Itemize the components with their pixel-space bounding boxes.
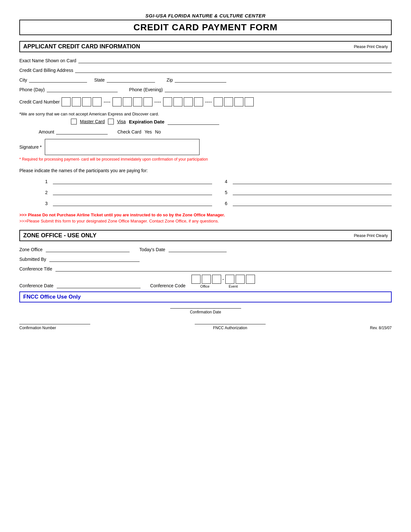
conf-label-row: Office Event xyxy=(191,284,255,288)
office-label: Office xyxy=(191,284,219,288)
confirmation-section: Confirmation Date xyxy=(19,308,392,314)
footer-row: Confirmation Number FNCC Authorization R… xyxy=(19,324,392,330)
signature-label: Signature * xyxy=(19,144,42,150)
state-label: State xyxy=(94,77,105,83)
todays-date-input[interactable] xyxy=(169,246,227,252)
city-input[interactable] xyxy=(29,76,87,83)
no-label: No xyxy=(155,129,161,134)
cc-box-3[interactable] xyxy=(82,97,91,106)
conference-date-label: Conference Date xyxy=(19,283,54,288)
submitted-by-label: Submitted By xyxy=(19,257,46,262)
amount-label: Amount xyxy=(39,129,54,134)
conf-box-1[interactable] xyxy=(191,275,201,284)
phone-row: Phone (Day) Phone (Evening) xyxy=(19,86,392,92)
mastercard-checkbox[interactable] xyxy=(71,119,77,124)
conference-code-label: Conference Code xyxy=(150,283,186,288)
conf-box-6[interactable] xyxy=(246,275,255,284)
check-card-section: Check Card Yes No xyxy=(117,129,161,134)
conf-box-4[interactable] xyxy=(225,275,234,284)
participant-input-1[interactable] xyxy=(53,178,212,184)
cc-box-13[interactable] xyxy=(214,97,223,106)
signature-box[interactable] xyxy=(45,139,200,155)
cc-box-5[interactable] xyxy=(113,97,122,106)
participant-input-4[interactable] xyxy=(233,178,392,184)
exact-name-row: Exact Name Shown on Card xyxy=(19,57,392,63)
cc-box-6[interactable] xyxy=(123,97,132,106)
cc-box-16[interactable] xyxy=(245,97,254,106)
cc-box-4[interactable] xyxy=(93,97,102,106)
cc-box-12[interactable] xyxy=(194,97,203,106)
phone-day-input[interactable] xyxy=(47,86,118,92)
participant-input-2[interactable] xyxy=(53,189,212,195)
visa-checkbox[interactable] xyxy=(108,119,114,124)
amount-input[interactable] xyxy=(56,128,108,134)
fncc-auth-label: FNCC Authorization xyxy=(213,326,247,330)
participant-input-6[interactable] xyxy=(233,200,392,206)
phone-evening-input[interactable] xyxy=(165,86,392,92)
section2-print-clearly: Please Print Clearly xyxy=(354,233,388,238)
fncc-header: FNCC Office Use Only xyxy=(19,291,392,302)
participant-row-5: 5 xyxy=(225,189,392,195)
participant-input-3[interactable] xyxy=(53,200,212,206)
submit-note: >>>Please Submit this form to your desig… xyxy=(19,219,392,223)
participant-row-4: 4 xyxy=(225,178,392,184)
section1-title: APPLICANT CREDIT CARD INFORMATION xyxy=(23,43,140,50)
conf-box-2[interactable] xyxy=(202,275,211,284)
org-title: SGI-USA FLORIDA NATURE & CULTURE CENTER xyxy=(19,13,392,18)
zip-input[interactable] xyxy=(175,76,226,83)
cc-box-14[interactable] xyxy=(224,97,233,106)
footer-confirmation-number: Confirmation Number xyxy=(19,324,90,330)
zone-fields: Zone Office Today's Date Submitted By Co… xyxy=(19,246,392,288)
expiration-label: Expiration Date xyxy=(129,119,164,124)
state-input[interactable] xyxy=(107,76,155,83)
cc-box-11[interactable] xyxy=(184,97,193,106)
cc-box-1[interactable] xyxy=(62,97,71,106)
participant-num-5: 5 xyxy=(225,190,230,195)
confirmation-number-line[interactable] xyxy=(19,324,90,324)
cc-box-10[interactable] xyxy=(173,97,182,106)
confirmation-number-label: Confirmation Number xyxy=(19,326,56,330)
billing-address-row: Credit Card Billing Address xyxy=(19,66,392,73)
cc-dash-1: ---- xyxy=(103,99,111,105)
submitted-by-input[interactable] xyxy=(49,255,140,262)
conf-box-3[interactable] xyxy=(212,275,221,284)
confirmation-date-line[interactable] xyxy=(170,308,241,309)
conference-date-input[interactable] xyxy=(57,282,141,288)
todays-date-label: Today's Date xyxy=(139,247,165,252)
footer-fncc-auth: FNCC Authorization xyxy=(195,324,266,330)
zone-office-input[interactable] xyxy=(46,246,130,252)
submitted-by-row: Submitted By xyxy=(19,255,392,262)
cc-box-15[interactable] xyxy=(234,97,243,106)
cc-dash-3: ---- xyxy=(204,99,212,105)
required-note: * Required for processing payment- card … xyxy=(19,157,392,162)
section1-print-clearly: Please Print Clearly xyxy=(354,44,388,49)
cc-box-8[interactable] xyxy=(143,97,152,106)
exact-name-input[interactable] xyxy=(78,57,392,63)
zone-office-label: Zone Office xyxy=(19,247,43,252)
participants-section: Please indicate the names of the partici… xyxy=(19,168,392,206)
participant-num-3: 3 xyxy=(45,201,50,206)
zip-label: Zip xyxy=(167,77,173,83)
cc-box-2[interactable] xyxy=(72,97,81,106)
signature-row: Signature * xyxy=(19,139,392,155)
zone-office-row: Zone Office Today's Date xyxy=(19,246,392,252)
conference-title-label: Conference Title xyxy=(19,266,52,271)
billing-address-input[interactable] xyxy=(75,66,392,73)
conf-box-5[interactable] xyxy=(236,275,245,284)
section2-title: ZONE OFFICE - USE ONLY xyxy=(23,232,96,239)
rev-text: Rev. 8/15/07 xyxy=(370,326,392,330)
cc-box-9[interactable] xyxy=(163,97,172,106)
form-title: CREDIT CARD PAYMENT FORM xyxy=(19,20,392,35)
yes-label: Yes xyxy=(144,129,152,134)
cc-box-7[interactable] xyxy=(133,97,142,106)
section1-header: APPLICANT CREDIT CARD INFORMATION Please… xyxy=(19,41,392,52)
fncc-auth-line[interactable] xyxy=(195,324,266,324)
expiration-input[interactable] xyxy=(168,118,219,125)
conference-title-input[interactable] xyxy=(55,265,392,271)
participant-num-2: 2 xyxy=(45,190,50,195)
event-label: Event xyxy=(220,284,247,288)
conference-code-boxes: - xyxy=(191,275,255,284)
participant-input-5[interactable] xyxy=(233,189,392,195)
exact-name-label: Exact Name Shown on Card xyxy=(19,58,76,63)
rev-label: Rev. 8/15/07 xyxy=(370,325,392,330)
